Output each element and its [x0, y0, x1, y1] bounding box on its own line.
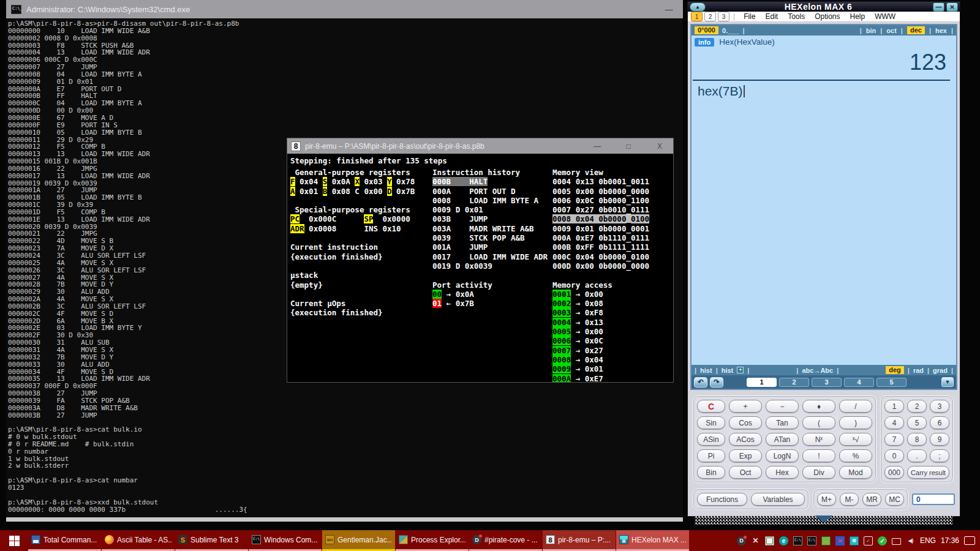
hist-add-button[interactable]: hist [722, 367, 734, 374]
key-mod[interactable]: Mod [839, 466, 872, 479]
history-tab-2[interactable]: 2 [779, 378, 809, 387]
key--[interactable]: % [839, 449, 872, 462]
history-tab-3[interactable]: 3 [812, 378, 842, 387]
start-button[interactable] [0, 530, 28, 551]
angle-mode-rad[interactable]: rad [913, 367, 924, 374]
cmd-icon[interactable]: C:\ [807, 536, 816, 545]
history-dropdown-button[interactable]: ▼ [941, 377, 954, 387]
key-0[interactable]: 0 [884, 449, 904, 462]
hexelon-rollup-button[interactable]: ▲ [690, 2, 706, 12]
key-cos[interactable]: Cos [729, 416, 762, 429]
layout-tab-3[interactable]: 3 [718, 12, 729, 21]
x-icon[interactable]: ✕ [751, 536, 760, 545]
key-acos[interactable]: ACos [729, 433, 762, 446]
key-oct[interactable]: Oct [729, 466, 762, 479]
key-bin[interactable]: Bin [697, 466, 725, 479]
key-000[interactable]: 000 [884, 466, 904, 479]
key-functions[interactable]: Functions [697, 493, 747, 506]
key-1[interactable]: 1 [884, 400, 904, 413]
taskbar-item-process-explorer[interactable]: Process Explor... [396, 530, 469, 551]
key--[interactable]: . [907, 449, 927, 462]
key-5[interactable]: 5 [907, 416, 927, 429]
base-mode-hex[interactable]: hex [935, 27, 947, 34]
taskbar-item-total-commander[interactable]: Total Comman... [28, 530, 101, 551]
key--[interactable]: ˣ√ [839, 433, 872, 446]
key--[interactable]: − [766, 400, 799, 413]
menu-help[interactable]: Help [845, 12, 870, 21]
key-9[interactable]: 9 [930, 433, 949, 446]
usb-icon[interactable] [864, 536, 873, 545]
key-sin[interactable]: Sin [697, 416, 725, 429]
eset-icon[interactable]: e [779, 536, 788, 545]
gpu-icon[interactable] [821, 536, 831, 545]
layout-tab-2[interactable]: 2 [704, 12, 716, 21]
layout-tab-1[interactable]: 1 [691, 12, 703, 21]
speaker-icon[interactable]: ◀) [906, 536, 915, 545]
clock[interactable]: 17:36 [941, 536, 959, 545]
angle-mode-grad[interactable]: grad [933, 367, 948, 374]
cmd-icon[interactable]: C:\ [793, 536, 802, 545]
emu-titlebar[interactable]: 8 pir-8-emu – P:\ASM\pir-8-pir-8-as\out\… [287, 138, 673, 154]
key--[interactable]: ; [930, 449, 949, 462]
language-indicator[interactable]: ENG [920, 536, 936, 545]
taskbar-item-discord[interactable]: D#pirate-cove - ... [469, 530, 542, 551]
square-icon[interactable] [765, 536, 774, 545]
taskbar-item-cmd[interactable]: C:\Windows Com... [249, 530, 322, 551]
hist-button[interactable]: hist [700, 367, 712, 374]
key-2[interactable]: 2 [907, 400, 927, 413]
key-7[interactable]: 7 [884, 433, 904, 446]
key-8[interactable]: 8 [907, 433, 927, 446]
bluex-icon[interactable]: ✕ [835, 536, 845, 545]
key-mminus[interactable]: M- [840, 493, 859, 506]
emu-maximize-button[interactable]: □ [615, 138, 642, 154]
taskbar-item-sublime[interactable]: SSublime Text 3 [175, 530, 248, 551]
key-div[interactable]: Div [802, 466, 835, 479]
menu-www[interactable]: WWW [870, 12, 900, 21]
collapse-arrow-icon[interactable] [815, 515, 833, 522]
key-tan[interactable]: Tan [766, 416, 799, 429]
hexelon-close-button[interactable]: ✕ [946, 2, 958, 12]
base-mode-oct[interactable]: oct [886, 27, 897, 34]
key-variables[interactable]: Variables [751, 493, 805, 506]
taskbar-item-hexelon[interactable]: ▦HEXelon MAX ... [616, 530, 689, 551]
key-hex[interactable]: Hex [766, 466, 799, 479]
key-c[interactable]: C [697, 400, 725, 413]
memory-value-field[interactable]: 0 [912, 493, 955, 505]
history-tab-4[interactable]: 4 [844, 378, 874, 387]
key--[interactable]: ( [802, 416, 835, 429]
key-exp[interactable]: Exp [729, 449, 762, 462]
expression-input[interactable]: hex(7B) [692, 81, 956, 99]
taskbar-item-media-player[interactable]: 321Gentleman.Jac... [322, 530, 395, 551]
notification-center-icon[interactable] [964, 536, 975, 545]
hexelon-minimize-button[interactable]: — [933, 2, 944, 12]
calc-icon[interactable]: ▦ [850, 536, 859, 545]
emu-close-button[interactable]: X [646, 138, 673, 154]
key-mc[interactable]: MC [885, 493, 904, 506]
check-icon[interactable]: ✓ [878, 536, 887, 545]
key--[interactable]: ♦ [802, 400, 835, 413]
taskbar-item-firefox[interactable]: Ascii Table - AS... [102, 530, 175, 551]
cmd-titlebar[interactable]: C:\_ Administrator: C:\Windows\System32\… [6, 0, 683, 18]
menu-file[interactable]: File [739, 12, 760, 21]
menu-tools[interactable]: Tools [783, 12, 810, 21]
history-tab-1[interactable]: 1 [747, 378, 777, 387]
cmd-minimize-button[interactable]: — [655, 0, 683, 18]
hist-add-icon[interactable]: + [737, 367, 744, 373]
angle-mode-deg[interactable]: deg [886, 366, 904, 374]
key-atan[interactable]: ATan [766, 433, 799, 446]
discord-icon[interactable]: D [737, 536, 746, 545]
resize-grip[interactable] [695, 515, 953, 525]
key-carry-result[interactable]: Carry result [907, 466, 949, 479]
key-4[interactable]: 4 [884, 416, 904, 429]
key-mr[interactable]: MR [862, 493, 881, 506]
key--[interactable]: ) [839, 416, 872, 429]
key-mplus[interactable]: M+ [817, 493, 836, 506]
taskbar-item-pir8[interactable]: 8pir-8-emu – P:... [543, 530, 616, 551]
case-toggle-button[interactable]: abc→Abc [802, 367, 833, 374]
emu-minimize-button[interactable]: — [584, 138, 611, 154]
key--[interactable]: / [839, 400, 872, 413]
key-asin[interactable]: ASin [697, 433, 725, 446]
key-n-[interactable]: Nˣ [802, 433, 835, 446]
base-mode-dec[interactable]: dec [907, 26, 925, 34]
menu-edit[interactable]: Edit [760, 12, 783, 21]
